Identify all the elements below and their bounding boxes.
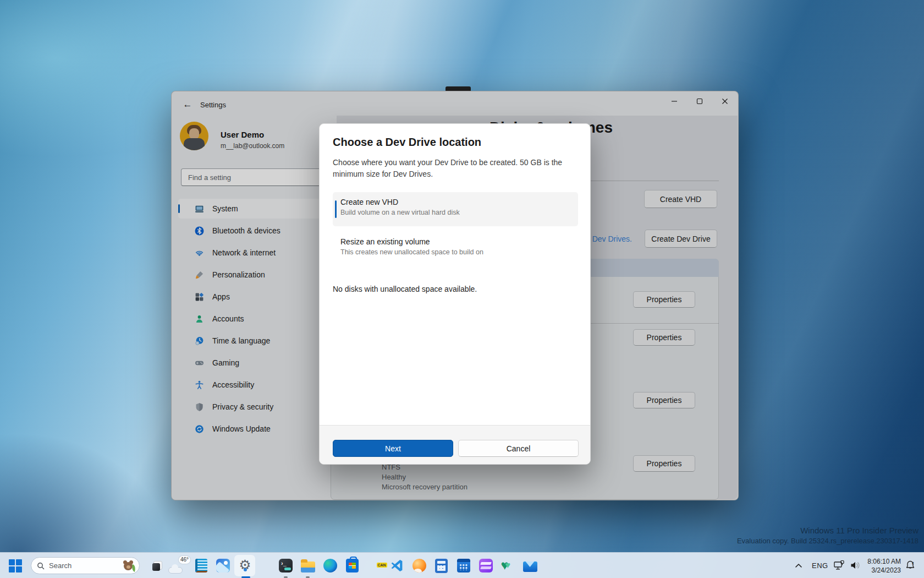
notebook-icon (195, 559, 207, 572)
widgets-weather-button[interactable]: 46° (168, 556, 190, 576)
taskbar-item-edge-canary[interactable]: CAN (367, 558, 382, 573)
selected-option-indicator (335, 200, 337, 218)
calendar-icon (457, 559, 470, 572)
tray-clock[interactable]: 8:06:10 AM 3/24/2023 (857, 557, 901, 575)
clipchamp-icon (479, 559, 493, 572)
search-icon (37, 562, 45, 570)
option-create-new-vhd[interactable]: Create new VHD Build volume on a new vir… (333, 192, 578, 226)
svg-text:z: z (912, 561, 914, 565)
calculator-icon (435, 559, 448, 573)
cloud-icon (168, 567, 183, 574)
taskbar-item-settings-active[interactable]: ⚙ (234, 555, 255, 576)
taskbar-search[interactable]: Search (31, 557, 140, 574)
no-disks-note: No disks with unallocated space availabl… (333, 285, 477, 293)
watermark-line2: Evaluation copy. Build 25324.rs_prerelea… (737, 536, 919, 546)
taskbar-item-file-explorer[interactable] (300, 558, 315, 573)
weather-temperature: 46° (179, 556, 190, 564)
search-highlight-bear-icon (123, 560, 134, 571)
taskbar-item-microsoft-store[interactable] (345, 558, 360, 573)
tray-date: 3/24/2023 (857, 566, 901, 575)
windows-logo-icon (9, 559, 22, 572)
desktop: Windows 11 Pro Insider Preview Evaluatio… (0, 0, 924, 578)
start-button[interactable] (8, 558, 23, 573)
canary-badge: CAN (377, 563, 387, 568)
option-title: Resize an existing volume (340, 237, 430, 246)
tray-show-hidden-icons[interactable] (795, 560, 802, 570)
network-icon (833, 560, 845, 571)
taskbar-item-notes-app[interactable] (194, 558, 208, 573)
taskbar-item-edge[interactable] (323, 558, 338, 573)
taskbar-item-calculator[interactable] (434, 558, 449, 573)
option-title: Create new VHD (340, 198, 398, 206)
task-view-icon (151, 560, 163, 572)
task-view-button[interactable] (150, 558, 164, 573)
taskbar-item-mail[interactable] (522, 558, 537, 573)
tray-time: 8:06:10 AM (857, 557, 901, 566)
chevron-up-icon (795, 563, 802, 568)
cancel-button[interactable]: Cancel (458, 440, 579, 457)
mail-envelope-icon (523, 561, 537, 572)
option-subtitle: This creates new unallocated space to bu… (340, 248, 483, 256)
vscode-icon (390, 559, 404, 572)
option-resize-existing-volume[interactable]: Resize an existing volume This creates n… (333, 232, 578, 266)
taskbar-item-vscode[interactable] (389, 558, 404, 573)
insider-watermark: Windows 11 Pro Insider Preview Evaluatio… (737, 525, 919, 546)
dev-drive-location-dialog: Choose a Dev Drive location Choose where… (319, 123, 591, 465)
folder-icon (301, 561, 315, 572)
taskbar-item-clipchamp[interactable] (479, 558, 493, 573)
taskbar-search-placeholder: Search (49, 561, 123, 570)
taskbar-item-edge-dev[interactable] (412, 558, 427, 573)
watermark-line1: Windows 11 Pro Insider Preview (737, 525, 919, 536)
edge-icon (323, 559, 337, 572)
tray-network-button[interactable] (833, 560, 845, 573)
dialog-title: Choose a Dev Drive location (333, 136, 481, 149)
family-hearts-icon: ♥♥ (501, 559, 515, 573)
tray-language[interactable]: ENG (812, 561, 828, 570)
edge-dev-icon (413, 559, 426, 572)
taskbar-item-calendar[interactable] (456, 558, 471, 573)
settings-gear-icon: ⚙ (238, 558, 252, 572)
next-button[interactable]: Next (333, 440, 453, 457)
tray-notifications-button[interactable]: z (905, 560, 916, 573)
taskbar-item-photos[interactable] (216, 558, 230, 573)
option-subtitle: Build volume on a new virtual hard disk (340, 209, 460, 216)
taskbar: Search 46° ⚙ ›_ CAN (0, 552, 924, 578)
photos-icon (216, 559, 230, 572)
bell-dnd-icon: z (905, 560, 916, 571)
taskbar-item-terminal[interactable]: ›_ (278, 558, 293, 573)
store-icon (346, 559, 359, 572)
dialog-description: Choose where you want your Dev Drive to … (333, 157, 579, 180)
terminal-icon: ›_ (279, 559, 293, 572)
taskbar-item-family[interactable]: ♥♥ (501, 558, 515, 573)
dialog-footer: Next Cancel (320, 425, 590, 464)
